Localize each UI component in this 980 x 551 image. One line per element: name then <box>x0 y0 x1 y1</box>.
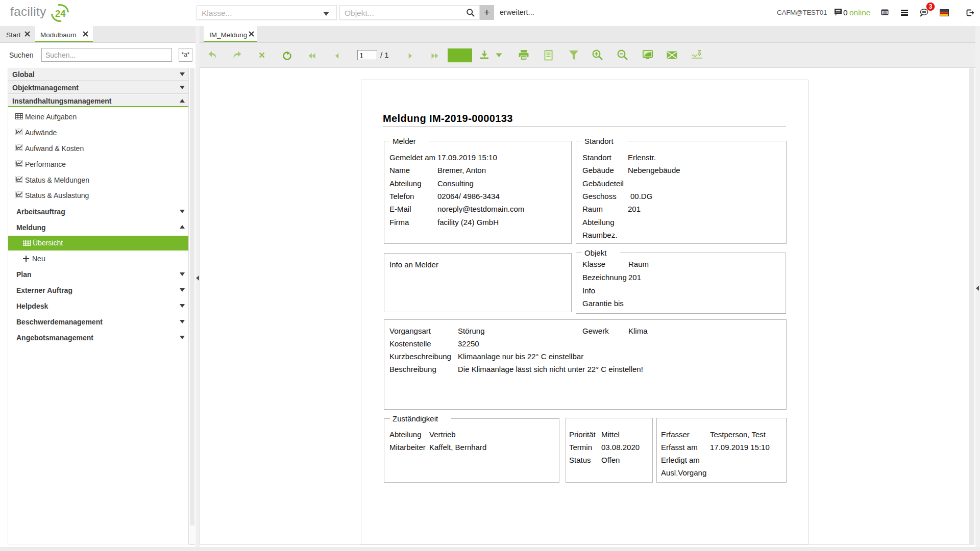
svg-text:24: 24 <box>55 8 66 19</box>
svg-text:3: 3 <box>929 3 933 10</box>
